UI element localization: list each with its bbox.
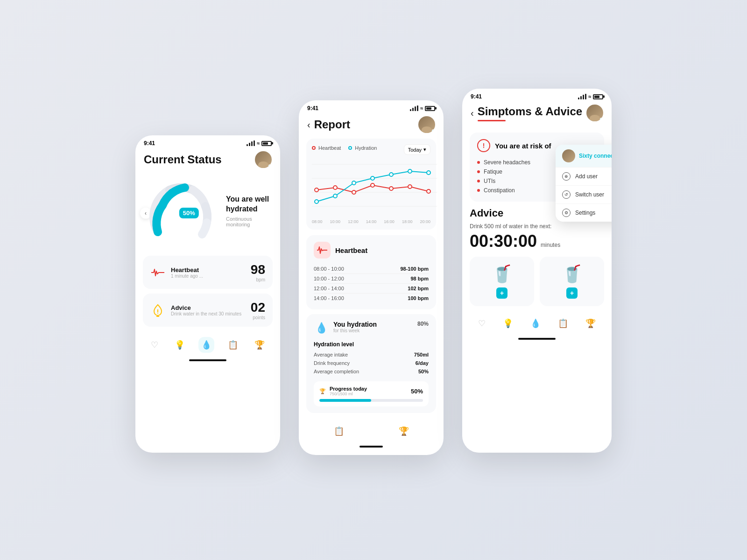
- svg-point-16: [333, 194, 337, 198]
- plus-btn-1[interactable]: +: [496, 287, 507, 299]
- avg-intake-label: Average intake: [314, 352, 348, 357]
- progress-top: 🏆 Progress today 750/1500 ml 50%: [319, 386, 423, 396]
- heartbeat-detail-header: Heartbeat: [314, 242, 429, 259]
- nav-clipboard-2[interactable]: 📋: [331, 423, 347, 439]
- nav-clipboard-1[interactable]: 📋: [225, 337, 241, 353]
- risk-dot-2: [477, 170, 480, 173]
- risk-text-4: Constipation: [484, 187, 515, 194]
- nav-trophy-2[interactable]: 🏆: [396, 423, 412, 439]
- heartbeat-detail-icon: [314, 242, 331, 259]
- heartbeat-card: Heartbeat 1 minute ago ... 98 bpm: [143, 256, 273, 289]
- hydration-sub: for this week: [333, 328, 377, 333]
- advice-unit: points: [251, 315, 265, 320]
- nav-drop-1[interactable]: 💧: [198, 337, 214, 353]
- water-btn-2[interactable]: 🥤 +: [540, 257, 604, 306]
- legend-dot-heartbeat: [312, 146, 316, 150]
- nav-indicator-3: [518, 338, 556, 340]
- phone-current-status: 9:41 ≈ Current Status ‹: [135, 135, 280, 453]
- nav-trophy-1[interactable]: 🏆: [252, 337, 268, 353]
- back-btn-2[interactable]: ‹: [307, 119, 310, 130]
- svg-point-3: [157, 313, 158, 314]
- heartbeat-row-4: 14:00 - 16:00 100 bpm: [314, 294, 429, 303]
- risk-icon: !: [477, 139, 490, 152]
- chart-area: Heartbeat Hydration Today ▾: [306, 139, 436, 230]
- nav-indicator-1: [189, 359, 226, 361]
- settings-label: Settings: [575, 210, 595, 216]
- back-btn-3[interactable]: ‹: [471, 108, 474, 119]
- wifi-icon-3: ≈: [588, 94, 591, 99]
- nav-bulb-3[interactable]: 💡: [500, 315, 516, 331]
- risk-dot-1: [477, 161, 480, 164]
- heartbeat-time-1: 08:00 - 10:00: [314, 266, 344, 272]
- avg-intake-val: 750ml: [414, 352, 429, 357]
- signal-icon-2: [410, 105, 418, 111]
- plus-btn-2[interactable]: +: [566, 287, 578, 299]
- legend-dot-hydration: [348, 146, 352, 150]
- heartbeat-time-2: 10:00 - 12:00: [314, 276, 344, 281]
- advice-card: Advice Drink water in the next 30 minute…: [143, 294, 273, 327]
- time-18: 18:00: [402, 219, 413, 224]
- nav-trophy-3[interactable]: 🏆: [583, 315, 599, 331]
- heartbeat-detail-card: Heartbeat 08:00 - 10:00 98-100 bpm 10:00…: [306, 235, 436, 309]
- dropdown-switch-user[interactable]: ↺ Switch user: [556, 185, 612, 203]
- status-bar-1: 9:41 ≈: [135, 135, 280, 149]
- svg-point-13: [408, 185, 412, 189]
- heartbeat-row-2: 10:00 - 12:00 98 bpm: [314, 274, 429, 284]
- hydration-rows: Hydration level Average intake 750ml Dri…: [314, 341, 429, 376]
- hydration-row-2: Drink frequency 6/day: [314, 359, 429, 367]
- dropdown-settings[interactable]: ⚙ Settings: [556, 203, 612, 222]
- title-with-back: ‹ Simptoms & Advice: [471, 105, 582, 121]
- timer-row: 00:30:00 minutes: [470, 231, 604, 251]
- time-1: 9:41: [144, 140, 155, 147]
- water-buttons: 🥤 + 🥤 +: [470, 257, 604, 306]
- nav-drop-3[interactable]: 💧: [528, 315, 543, 331]
- progress-sub: 750/1500 ml: [330, 392, 367, 396]
- advice-section-text: Drink 500 ml of water in the next:: [470, 223, 604, 230]
- nav-heart-3[interactable]: ♡: [475, 315, 488, 331]
- bottom-nav-2: 📋 🏆: [306, 418, 436, 443]
- time-08: 08:00: [312, 219, 323, 224]
- page-title-1: Current Status: [144, 153, 222, 166]
- svg-point-8: [315, 188, 318, 192]
- time-2: 9:41: [307, 105, 318, 112]
- dropdown-user-label: Sixty connected: [579, 153, 612, 159]
- svg-point-19: [389, 173, 393, 176]
- heartbeat-val-4: 100 bpm: [408, 295, 429, 301]
- nav-heart-1[interactable]: ♡: [148, 337, 161, 353]
- heartbeat-val-1: 98-100 bpm: [400, 266, 429, 272]
- water-btn-1[interactable]: 🥤 +: [470, 257, 534, 306]
- today-btn[interactable]: Today ▾: [404, 144, 430, 155]
- heartbeat-unit: bpm: [251, 277, 265, 282]
- risk-dot-4: [477, 189, 480, 192]
- progress-fill: [319, 399, 371, 402]
- svg-point-21: [427, 171, 430, 175]
- header-1: Current Status: [135, 149, 280, 174]
- svg-point-11: [371, 183, 374, 187]
- hydrated-text: You are well hydrated Continuous monitor…: [226, 195, 272, 227]
- phone-symptoms: 9:41 ≈ ‹ Simptoms & Advice ! You are at: [462, 89, 612, 453]
- svg-point-14: [427, 189, 430, 193]
- battery-icon-2: [425, 106, 435, 111]
- nav-clipboard-3[interactable]: 📋: [555, 315, 571, 331]
- hydration-card: 💧 You hydration for this week 80% Hydrat…: [306, 314, 436, 413]
- nav-indicator-2: [359, 446, 383, 448]
- svg-point-9: [333, 186, 337, 189]
- settings-icon: ⚙: [562, 209, 571, 217]
- time-3: 9:41: [471, 93, 482, 100]
- avatar-3[interactable]: [586, 105, 603, 121]
- avatar-1[interactable]: [255, 151, 272, 168]
- heartbeat-time-4: 14:00 - 16:00: [314, 295, 344, 301]
- heartbeat-sub: 1 minute ago ...: [171, 273, 203, 279]
- risk-text-3: UTIs: [484, 178, 495, 184]
- nav-bulb-1[interactable]: 💡: [172, 337, 188, 353]
- avg-completion-label: Average completion: [314, 369, 359, 374]
- svg-point-10: [352, 190, 356, 194]
- time-20: 20:00: [420, 219, 430, 224]
- today-label: Today: [408, 147, 422, 153]
- hydration-title: You hydration: [333, 321, 377, 328]
- risk-title: You are at risk of: [495, 142, 551, 150]
- svg-point-15: [315, 200, 318, 203]
- avatar-2[interactable]: [418, 116, 435, 133]
- dropdown-add-user[interactable]: ⊕ Add user: [556, 167, 612, 185]
- hydrated-sub: Continuous monitoring: [226, 216, 272, 227]
